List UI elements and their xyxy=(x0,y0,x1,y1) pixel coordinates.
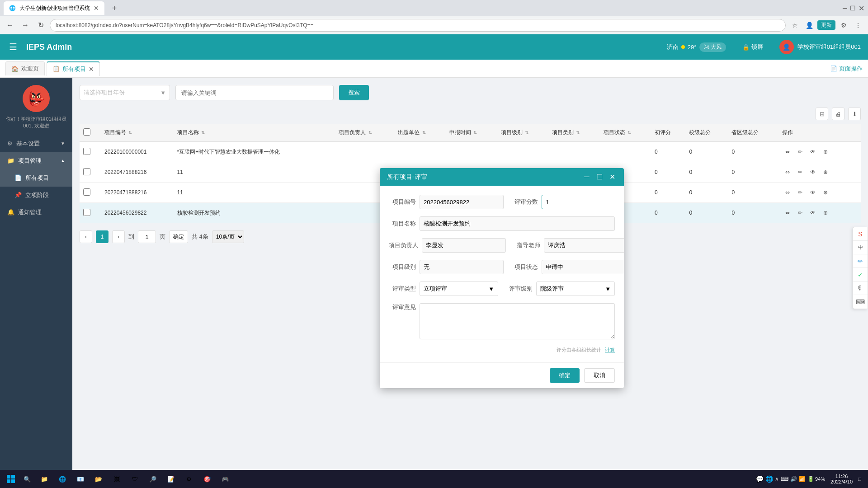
sidebar-item-lixiang[interactable]: 📌 立项阶段 xyxy=(0,187,72,204)
view-action[interactable]: 👁 xyxy=(807,167,818,178)
edit-action[interactable]: ✏ xyxy=(795,146,806,157)
confirm-button[interactable]: 确定 xyxy=(550,368,580,383)
row-2-checkbox[interactable] xyxy=(83,168,90,175)
extension-button[interactable]: ⚙ xyxy=(837,19,850,32)
tab-welcome[interactable]: 🏠 欢迎页 xyxy=(5,61,45,75)
search-button[interactable]: 搜索 xyxy=(339,85,369,100)
select-all-checkbox[interactable] xyxy=(83,128,90,136)
new-tab-button[interactable]: + xyxy=(108,2,121,14)
row-4-checkbox[interactable] xyxy=(83,209,90,216)
keyboard-icon[interactable]: ⌨ xyxy=(781,476,788,482)
network-icon[interactable]: 📶 xyxy=(799,476,806,482)
more-action[interactable]: ⊕ xyxy=(820,187,831,198)
minimize-button[interactable]: ─ xyxy=(843,5,847,12)
share-action[interactable]: ⇔ xyxy=(782,207,793,218)
taskbar-app-security[interactable]: 🛡 xyxy=(127,471,143,487)
note-link[interactable]: 计算 xyxy=(605,347,615,353)
page-operations-button[interactable]: 📄 页面操作 xyxy=(830,65,863,73)
language-icon[interactable]: 🌐 xyxy=(765,475,773,483)
taskbar-clock[interactable]: 11:26 2022/4/10 xyxy=(827,474,856,484)
taskbar-search-button[interactable]: 🔍 xyxy=(20,472,34,486)
keyword-input[interactable] xyxy=(175,85,334,100)
taskbar-app-mail[interactable]: 📧 xyxy=(72,471,89,487)
edit-action[interactable]: ✏ xyxy=(795,167,806,178)
all-projects-tab-close[interactable]: ✕ xyxy=(89,66,94,73)
menu-toggle-button[interactable]: ☰ xyxy=(7,40,19,54)
goto-page-input[interactable] xyxy=(138,230,156,243)
taskbar-app-explorer[interactable]: 📂 xyxy=(90,471,107,487)
sidebar-item-project-manage[interactable]: 📁 项目管理 ▲ xyxy=(0,152,72,169)
close-button[interactable]: ✕ xyxy=(859,4,864,13)
goto-confirm-button[interactable]: 确定 xyxy=(169,230,188,243)
row-3-checkbox[interactable] xyxy=(83,188,90,196)
active-browser-tab[interactable]: 🌐 大学生创新创业项目管理系统 ✕ xyxy=(4,1,104,15)
sidebar-item-all-projects[interactable]: 📄 所有项目 xyxy=(0,169,72,187)
view-action[interactable]: 👁 xyxy=(807,146,818,157)
forward-button[interactable]: → xyxy=(19,19,32,32)
float-btn-wps[interactable]: S xyxy=(853,227,868,241)
taskbar-app-settings[interactable]: ⚙ xyxy=(181,471,197,487)
float-btn-keyboard[interactable]: ⌨ xyxy=(853,295,868,309)
comment-textarea[interactable] xyxy=(420,303,615,339)
dialog-close-button[interactable]: ✕ xyxy=(608,173,617,181)
status-input[interactable] xyxy=(542,260,624,274)
up-arrow-icon[interactable]: ∧ xyxy=(775,476,779,482)
edit-action[interactable]: ✏ xyxy=(795,187,806,198)
address-bar[interactable]: localhost:8082/goIndex.do?userNum=keATO2… xyxy=(50,19,786,32)
review-type-select[interactable]: 立项评审 ▼ xyxy=(420,282,498,296)
taskbar-app-photos[interactable]: 🖼 xyxy=(108,471,125,487)
more-action[interactable]: ⊕ xyxy=(820,146,831,157)
sidebar-item-basic-settings[interactable]: ⚙ 基本设置 ▼ xyxy=(0,135,72,152)
cancel-button[interactable]: 取消 xyxy=(584,368,615,383)
taskbar-app-chrome[interactable]: 🌐 xyxy=(54,471,71,487)
back-button[interactable]: ← xyxy=(4,19,16,32)
taskbar-app-extra2[interactable]: 🎮 xyxy=(217,471,233,487)
edit-action[interactable]: ✏ xyxy=(795,207,806,218)
more-button[interactable]: ⋮ xyxy=(852,19,864,32)
next-page-button[interactable]: › xyxy=(112,230,125,243)
refresh-button[interactable]: ↻ xyxy=(34,19,47,32)
print-button[interactable]: 🖨 xyxy=(832,108,844,120)
view-action[interactable]: 👁 xyxy=(807,187,818,198)
review-level-select[interactable]: 院级评审 ▼ xyxy=(536,282,615,296)
share-action[interactable]: ⇔ xyxy=(782,146,793,157)
project-name-input[interactable] xyxy=(420,216,615,231)
owner-input[interactable] xyxy=(422,238,506,253)
more-action[interactable]: ⊕ xyxy=(820,207,831,218)
notification-area[interactable]: □ xyxy=(858,472,864,486)
float-btn-mic[interactable]: 🎙 xyxy=(853,282,868,295)
update-button[interactable]: 更新 xyxy=(817,20,835,30)
row-1-checkbox[interactable] xyxy=(83,148,90,155)
dialog-minimize-button[interactable]: ─ xyxy=(582,173,591,181)
page-size-select[interactable]: 10条/页 20条/页 50条/页 xyxy=(212,230,244,243)
taskbar-app-notes[interactable]: 📝 xyxy=(163,471,179,487)
mentor-input[interactable] xyxy=(544,238,624,253)
review-score-input[interactable] xyxy=(542,195,624,209)
maximize-button[interactable]: ☐ xyxy=(850,5,856,12)
grid-view-button[interactable]: ⊞ xyxy=(816,108,828,120)
speaker-icon[interactable]: 🔊 xyxy=(790,476,797,482)
dialog-maximize-button[interactable]: ☐ xyxy=(595,173,604,181)
tab-all-projects[interactable]: 📋 所有项目 ✕ xyxy=(47,61,100,76)
level-input[interactable] xyxy=(420,260,504,274)
view-action[interactable]: 👁 xyxy=(807,207,818,218)
profile-button[interactable]: 👤 xyxy=(803,19,816,32)
share-action[interactable]: ⇔ xyxy=(782,187,793,198)
bookmark-button[interactable]: ☆ xyxy=(788,19,801,32)
prev-page-button[interactable]: ‹ xyxy=(80,230,92,243)
taskbar-app-search2[interactable]: 🔎 xyxy=(145,471,161,487)
float-btn-check[interactable]: ✓ xyxy=(853,268,868,282)
share-action[interactable]: ⇔ xyxy=(782,167,793,178)
float-btn-edit[interactable]: ✏ xyxy=(853,254,868,268)
wechat-icon[interactable]: 💬 xyxy=(756,475,764,483)
more-action[interactable]: ⊕ xyxy=(820,167,831,178)
taskbar-app-files[interactable]: 📁 xyxy=(36,471,52,487)
start-button[interactable] xyxy=(4,472,18,486)
project-num-input[interactable] xyxy=(420,195,504,209)
page-1-button[interactable]: 1 xyxy=(96,230,108,243)
browser-tab-close[interactable]: ✕ xyxy=(94,5,99,12)
download-button[interactable]: ⬇ xyxy=(848,108,861,120)
year-select[interactable]: 请选择项目年份 ▼ xyxy=(80,85,170,100)
lock-screen-button[interactable]: 🔒 锁屏 xyxy=(742,43,763,51)
sidebar-item-notice-manage[interactable]: 🔔 通知管理 xyxy=(0,204,72,221)
